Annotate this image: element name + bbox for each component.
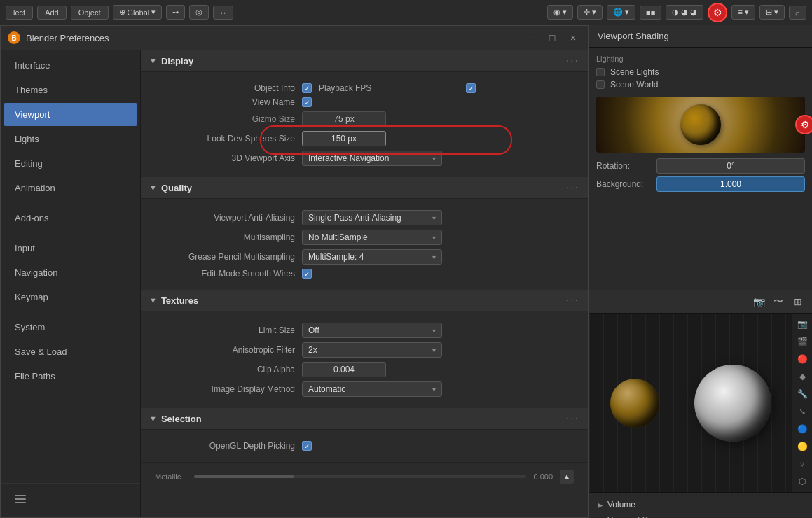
metallic-label: Metallic... <box>155 472 187 481</box>
opengl-label: OpenGL Depth Picking <box>155 441 295 451</box>
mesh-icon[interactable]: ⬡ <box>794 474 810 489</box>
viewport-icons-row: 📷 〜 ⊞ <box>589 290 812 314</box>
modifier-props-icon[interactable]: 🔵 <box>794 421 810 437</box>
render-mode-button[interactable]: ■■ <box>640 6 661 20</box>
multisampling-arrow: ▾ <box>432 234 436 241</box>
physics-icon[interactable]: ▿ <box>794 456 810 472</box>
render-props-icon[interactable]: 📷 <box>794 316 810 332</box>
object-button[interactable]: Object <box>71 6 109 20</box>
clip-alpha-label: Clip Alpha <box>155 365 295 374</box>
view-button[interactable]: 🌐 ▾ <box>607 5 635 20</box>
lookdev-size-row: Look Dev Spheres Size 150 px <box>155 131 574 146</box>
opengl-checkbox[interactable]: ✓ <box>302 441 312 451</box>
gizmo-size-input[interactable]: 75 px <box>302 111 386 127</box>
large-sphere <box>694 365 771 442</box>
small-sphere <box>610 379 659 428</box>
rotation-input[interactable]: 0° <box>656 158 805 174</box>
sidebar-item-system[interactable]: System <box>4 316 137 339</box>
maximize-button[interactable]: □ <box>544 30 560 46</box>
sidebar-item-save-load[interactable]: Save & Load <box>4 340 137 363</box>
scene-icon[interactable]: ◆ <box>794 369 810 384</box>
scene-world-checkbox[interactable] <box>596 80 605 89</box>
sidebar-item-input[interactable]: Input <box>4 237 137 260</box>
render-icon[interactable]: 📷 <box>750 293 767 310</box>
viewport-overlays-button[interactable]: ◉ ▾ <box>547 5 573 20</box>
sidebar-item-themes[interactable]: Themes <box>4 78 137 102</box>
display-options[interactable]: ··· <box>566 55 579 67</box>
anti-aliasing-dropdown[interactable]: Single Pass Anti-Aliasing ▾ <box>302 210 442 225</box>
snap-button[interactable]: ⇢ <box>166 5 185 20</box>
shading-button[interactable]: ◑ ◕ ◕ <box>666 5 703 20</box>
image-display-dropdown[interactable]: Automatic ▾ <box>302 382 442 397</box>
particles-icon[interactable]: 🟡 <box>794 439 810 454</box>
grease-pencil-dropdown[interactable]: MultiSample: 4 ▾ <box>302 249 442 265</box>
transform-button[interactable]: ↔ <box>213 6 233 20</box>
multisampling-dropdown[interactable]: No MultiSample ▾ <box>302 230 442 245</box>
sidebar-item-lights[interactable]: Lights <box>4 127 137 150</box>
add-button[interactable]: Add <box>37 6 67 20</box>
background-label: Background: <box>596 179 652 189</box>
limit-size-value: Off <box>308 326 319 335</box>
world-icon[interactable]: 🔧 <box>794 386 810 402</box>
object-props-icon[interactable]: ↘ <box>794 404 810 419</box>
gizmo-button[interactable]: ✛ ▾ <box>577 5 603 20</box>
scene-world-label: Scene World <box>610 80 658 90</box>
sidebar-item-viewport[interactable]: Viewport <box>4 103 137 126</box>
textures-section-header[interactable]: ▼ Textures ··· <box>141 290 588 312</box>
view-name-value: ✓ <box>302 97 312 107</box>
volume-label: Volume <box>607 500 635 510</box>
lookdev-size-input[interactable]: 150 px <box>302 131 386 146</box>
minimize-button[interactable]: − <box>523 30 539 46</box>
proportional-button[interactable]: ◎ <box>189 5 209 20</box>
display-title: Display <box>161 56 193 66</box>
sidebar-item-keymap[interactable]: Keymap <box>4 286 137 309</box>
sidebar-item-animation[interactable]: Animation <box>4 176 137 200</box>
viewport-axis-dropdown[interactable]: Interactive Navigation ▾ <box>302 150 442 166</box>
scene-lights-checkbox[interactable] <box>596 68 605 76</box>
output-props-icon[interactable]: 🎬 <box>794 334 810 349</box>
large-viewport-area: 📷 〜 ⊞ 📷 🎬 🔴 ◆ 🔧 ↘ 🔵 <box>589 290 812 518</box>
multisampling-row: Multisampling No MultiSample ▾ <box>155 230 574 245</box>
curve-icon[interactable]: 〜 <box>770 293 787 310</box>
quality-options[interactable]: ··· <box>566 181 579 194</box>
selection-section-header[interactable]: ▼ Selection ··· <box>141 408 588 430</box>
object-info-checkbox[interactable]: ✓ <box>302 83 312 93</box>
multisampling-value: No MultiSample <box>308 232 368 242</box>
background-input[interactable]: 1.000 <box>656 176 805 192</box>
metallic-slider[interactable] <box>194 475 526 478</box>
preferences-titlebar: B Blender Preferences − □ × <box>1 26 588 50</box>
quality-section-header[interactable]: ▼ Quality ··· <box>141 177 588 199</box>
rotation-label: Rotation: <box>596 161 652 171</box>
grid-icon[interactable]: ⊞ <box>790 293 806 310</box>
sidebar-item-file-paths[interactable]: File Paths <box>4 365 137 388</box>
settings-circle-button[interactable]: ⚙ <box>795 115 812 134</box>
smooth-wires-checkbox[interactable]: ✓ <box>302 269 312 279</box>
sidebar-item-addons[interactable]: Add-ons <box>4 206 137 230</box>
active-tool-button[interactable]: ⚙ <box>708 3 727 22</box>
global-selector[interactable]: ⊕ Global ▾ <box>113 5 163 20</box>
sidebar-item-interface[interactable]: Interface <box>4 54 137 77</box>
sidebar-item-navigation[interactable]: Navigation <box>4 261 137 284</box>
textures-options[interactable]: ··· <box>566 294 579 307</box>
playback-fps-label: Playback FPS <box>319 83 459 93</box>
view-layer-icon[interactable]: 🔴 <box>794 351 810 367</box>
volume-panel-item[interactable]: ▶ Volume <box>598 497 804 512</box>
limit-size-label: Limit Size <box>155 326 295 335</box>
close-button[interactable]: × <box>565 30 581 46</box>
select-button[interactable]: lect <box>6 6 33 20</box>
view-name-checkbox[interactable]: ✓ <box>302 97 312 107</box>
limit-size-dropdown[interactable]: Off ▾ <box>302 323 442 338</box>
search-button[interactable]: ⌕ <box>789 6 806 20</box>
viewport-d-panel-item[interactable]: ▶ Viewport D... <box>598 512 804 518</box>
hamburger-menu[interactable] <box>6 489 135 509</box>
playback-fps-checkbox[interactable]: ✓ <box>466 83 476 93</box>
bottom-preview: 📷 🎬 🔴 ◆ 🔧 ↘ 🔵 🟡 ▿ ⬡ <box>589 314 812 492</box>
selection-options[interactable]: ··· <box>566 412 579 425</box>
sidebar-item-editing[interactable]: Editing <box>4 152 137 175</box>
editor-type-button[interactable]: ≡ ▾ <box>731 5 755 20</box>
scroll-up-button[interactable]: ▲ <box>560 470 574 484</box>
area-button[interactable]: ⊞ ▾ <box>759 5 785 20</box>
anisotropic-dropdown[interactable]: 2x ▾ <box>302 342 442 358</box>
clip-alpha-input[interactable]: 0.004 <box>302 362 386 377</box>
display-section-header[interactable]: ▼ Display ··· <box>141 50 588 72</box>
